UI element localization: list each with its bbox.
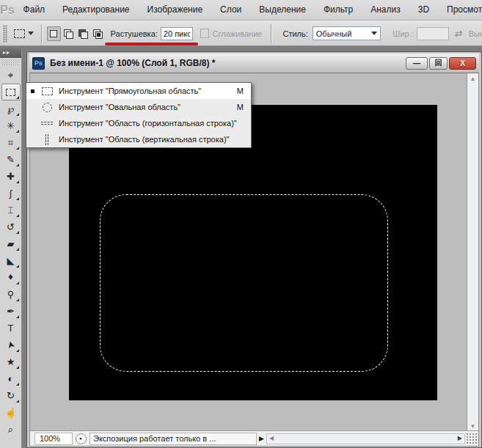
- flyout-item-label: Инструмент "Область (вертикальная строка…: [59, 135, 229, 144]
- menu-edit[interactable]: Редактирование: [54, 0, 138, 20]
- move-tool-button[interactable]: ⌖: [1, 67, 21, 84]
- zoom-level-field[interactable]: 100%: [34, 433, 73, 445]
- menu-filter[interactable]: Фильтр: [315, 0, 362, 20]
- antialias-label: Сглаживание: [213, 29, 263, 38]
- maximize-button[interactable]: 回: [429, 57, 448, 70]
- document-info-icon[interactable]: ▸: [76, 433, 87, 444]
- type-icon: T: [8, 323, 14, 334]
- horizontal-scrollbar[interactable]: ◀ ▶: [266, 433, 465, 444]
- clone-stamp-icon: ⌶: [8, 205, 14, 216]
- tool-preset-button[interactable]: [12, 25, 36, 43]
- flyout-item-label: Инструмент "Область (горизонтальная стро…: [59, 119, 237, 128]
- document-title: Без имени-1 @ 100% (Слой 1, RGB/8) *: [50, 58, 215, 68]
- style-label: Стиль:: [282, 29, 307, 38]
- tools-panel: ▸▸ ⌖ ℘ ✳ ⌗ ✎ ✚ ʃ ⌶ ↺ ▰ ◣ ♦ ⚲ ✒ T ➤ ★ ◐ ↻…: [0, 48, 22, 448]
- paint-bucket-tool-button[interactable]: ◣: [1, 252, 21, 269]
- shortcut-key: M: [237, 103, 247, 111]
- lasso-tool-button[interactable]: ℘: [1, 100, 21, 117]
- zoom-tool-button[interactable]: ⌕: [1, 421, 21, 438]
- intersect-selection-button[interactable]: [91, 26, 105, 41]
- style-dropdown[interactable]: Обычный: [313, 26, 381, 40]
- path-selection-tool-button[interactable]: ➤: [1, 337, 21, 353]
- crop-tool-button[interactable]: ⌗: [1, 134, 21, 151]
- chevron-down-icon: [28, 32, 34, 35]
- marquee-selection-marching-ants[interactable]: [100, 194, 388, 372]
- flyout-item-label: Инструмент "Прямоугольная область": [59, 87, 201, 95]
- menu-view[interactable]: Просмотр: [438, 0, 482, 20]
- vertical-scrollbar[interactable]: ▲ ▼: [467, 73, 478, 432]
- intersect-selection-icon: [97, 33, 101, 37]
- scroll-down-icon[interactable]: ▼: [467, 423, 478, 430]
- healing-brush-icon: ✚: [7, 171, 15, 182]
- panel-grip-handle[interactable]: [1, 59, 20, 66]
- elliptical-marquee-icon: [38, 103, 56, 112]
- document-titlebar[interactable]: Ps Без имени-1 @ 100% (Слой 1, RGB/8) * …: [29, 54, 479, 73]
- blur-tool-button[interactable]: ♦: [1, 269, 21, 286]
- eyedropper-icon: ✎: [7, 154, 15, 165]
- magnifier-icon: ⌕: [8, 424, 13, 436]
- magic-wand-tool-button[interactable]: ✳: [1, 117, 21, 134]
- new-selection-icon: [50, 30, 57, 37]
- 3d-rotate-tool-button[interactable]: ◐: [1, 370, 21, 387]
- crop-icon: ⌗: [8, 137, 13, 149]
- status-bar: 100% ▸ Экспозиция работает только в ... …: [30, 430, 478, 446]
- rectangular-marquee-tool-button[interactable]: [1, 84, 21, 100]
- menu-file[interactable]: Файл: [15, 0, 54, 20]
- app-logo: Ps: [0, 4, 15, 17]
- eraser-icon: ▰: [7, 238, 15, 249]
- 3d-rotate-icon: ◐: [8, 373, 14, 384]
- subtract-from-selection-button[interactable]: [76, 26, 90, 41]
- antialias-checkbox[interactable]: [200, 29, 209, 38]
- menu-analysis[interactable]: Анализ: [362, 0, 409, 20]
- document-ps-icon: Ps: [32, 57, 45, 70]
- window-controls: — 回 X: [406, 57, 476, 70]
- scroll-up-icon[interactable]: ▲: [467, 76, 478, 82]
- minimize-button[interactable]: —: [406, 57, 428, 70]
- menu-select[interactable]: Выделение: [250, 0, 315, 20]
- type-tool-button[interactable]: T: [1, 320, 21, 337]
- history-brush-tool-button[interactable]: ↺: [1, 219, 21, 235]
- scroll-left-icon[interactable]: ◀: [269, 435, 274, 441]
- close-button[interactable]: X: [449, 57, 476, 70]
- options-grip-handle[interactable]: [3, 25, 7, 43]
- panel-collapse-button[interactable]: ▸▸: [0, 48, 21, 58]
- dodge-tool-button[interactable]: ⚲: [1, 286, 21, 303]
- menu-3d[interactable]: 3D: [409, 0, 438, 20]
- flyout-item-single-row-marquee[interactable]: Инструмент "Область (горизонтальная стро…: [26, 115, 251, 131]
- subtract-selection-icon: [81, 32, 88, 39]
- menu-image[interactable]: Изображение: [139, 0, 212, 20]
- swap-dimensions-icon: ⇄: [455, 28, 463, 39]
- chevron-down-icon: [371, 32, 377, 35]
- eyedropper-tool-button[interactable]: ✎: [1, 151, 21, 168]
- menu-layers[interactable]: Слои: [211, 0, 250, 20]
- width-label: Шир.:: [392, 29, 413, 38]
- scroll-right-icon[interactable]: ▶: [458, 435, 462, 441]
- feather-input[interactable]: [161, 27, 193, 40]
- window-resize-grip[interactable]: [467, 433, 478, 444]
- pen-tool-button[interactable]: ✒: [1, 303, 21, 320]
- brush-tool-button[interactable]: ʃ: [1, 185, 21, 202]
- single-column-marquee-icon: [38, 134, 56, 145]
- hand-icon: ☝: [4, 407, 16, 418]
- flyout-item-single-column-marquee[interactable]: Инструмент "Область (вертикальная строка…: [26, 131, 251, 147]
- healing-brush-tool-button[interactable]: ✚: [1, 168, 21, 185]
- flyout-item-rectangular-marquee[interactable]: Инструмент "Прямоугольная область" M: [26, 83, 251, 99]
- red-annotation-underline: [105, 43, 198, 45]
- custom-shape-tool-button[interactable]: ★: [1, 353, 21, 370]
- flyout-item-elliptical-marquee[interactable]: Инструмент "Овальная область" M: [26, 99, 251, 115]
- move-icon: ⌖: [8, 70, 13, 81]
- canvas[interactable]: [69, 105, 437, 400]
- add-to-selection-button[interactable]: [62, 26, 76, 41]
- 3d-orbit-icon: ↻: [7, 390, 15, 401]
- rectangular-marquee-icon: [38, 87, 56, 95]
- selection-mode-group: [47, 26, 105, 41]
- shortcut-key: M: [237, 87, 247, 95]
- hand-tool-button[interactable]: ☝: [1, 404, 21, 421]
- clone-stamp-tool-button[interactable]: ⌶: [1, 202, 21, 219]
- menu-bar: Ps Файл Редактирование Изображение Слои …: [0, 0, 482, 21]
- separator: [41, 24, 43, 43]
- new-selection-button[interactable]: [47, 26, 61, 41]
- eraser-tool-button[interactable]: ▰: [1, 235, 21, 252]
- 3d-orbit-tool-button[interactable]: ↻: [1, 387, 21, 404]
- status-menu-arrow-icon[interactable]: ▶: [257, 435, 266, 442]
